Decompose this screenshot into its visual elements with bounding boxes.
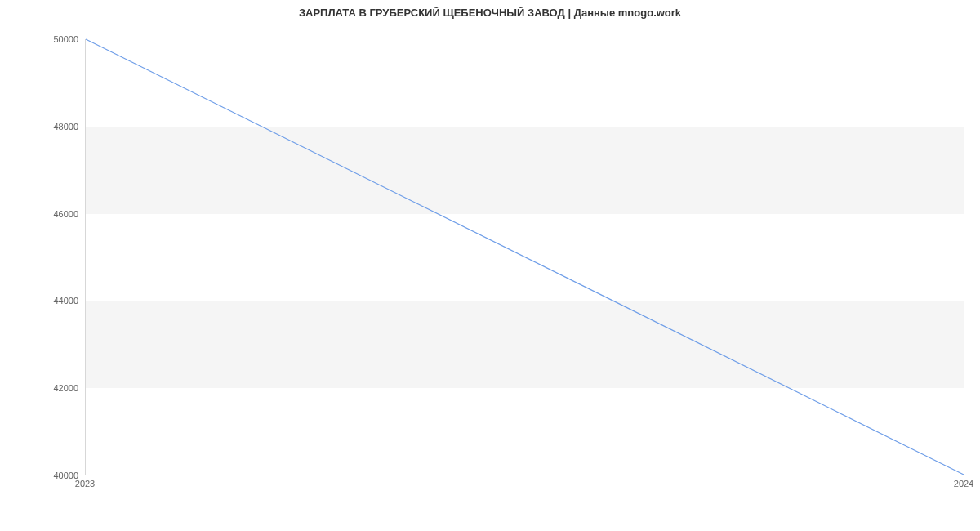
line-series <box>86 39 964 475</box>
y-tick-label: 48000 <box>29 122 78 132</box>
chart-title: ЗАРПЛАТА В ГРУБЕРСКИЙ ЩЕБЕНОЧНЫЙ ЗАВОД |… <box>0 7 980 19</box>
y-tick-label: 44000 <box>29 296 78 306</box>
y-tick-label: 40000 <box>29 471 78 480</box>
y-tick-label: 46000 <box>29 209 78 219</box>
y-tick-label: 50000 <box>29 34 78 44</box>
plot-area <box>85 39 964 475</box>
y-tick-label: 42000 <box>29 383 78 393</box>
salary-chart: ЗАРПЛАТА В ГРУБЕРСКИЙ ЩЕБЕНОЧНЫЙ ЗАВОД |… <box>0 0 980 531</box>
x-tick-label: 2024 <box>954 479 973 489</box>
x-tick-label: 2023 <box>75 479 95 489</box>
